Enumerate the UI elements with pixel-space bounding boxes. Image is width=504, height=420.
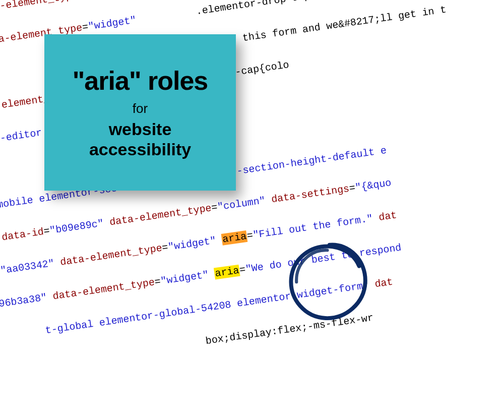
- attr: data-settings: [271, 183, 350, 205]
- attr-fragment: dat: [378, 209, 398, 223]
- attr: data-element_type: [59, 243, 163, 268]
- attr: data-element_type: [109, 202, 212, 228]
- attr: data-id: [1, 226, 44, 243]
- attr: data-element_type: [0, 0, 79, 15]
- card-for: for: [133, 101, 148, 116]
- aria-highlight: aria: [214, 265, 240, 280]
- class-text: lementor-widget-text-editor: [0, 127, 43, 161]
- attr-value: 96b3a38: [0, 292, 42, 310]
- attr-value: column: [223, 196, 261, 212]
- card-title: "aria" roles: [73, 66, 208, 96]
- attr-value: b09e89c: [55, 218, 98, 235]
- attr-value: {&quo: [360, 177, 392, 193]
- card-sub2: accessibility: [89, 140, 191, 159]
- attr-fragment: dat: [374, 276, 394, 290]
- attr-value: Fill out the form.: [258, 214, 367, 241]
- attr-value: aa03342: [6, 258, 49, 275]
- css-text: box;display:flex;-ms-flex-wr: [205, 312, 374, 347]
- attr-value: widget: [173, 235, 211, 252]
- attr: data-element_type: [52, 276, 155, 302]
- card-sub1: website: [109, 119, 172, 139]
- aria-highlight-orange: aria: [221, 230, 248, 246]
- attr-value: widget: [166, 270, 204, 286]
- title-card: "aria" roles for website accessibility: [44, 34, 236, 191]
- attr-value: widget: [93, 15, 131, 32]
- attr-value: We do our best to respond: [250, 242, 402, 275]
